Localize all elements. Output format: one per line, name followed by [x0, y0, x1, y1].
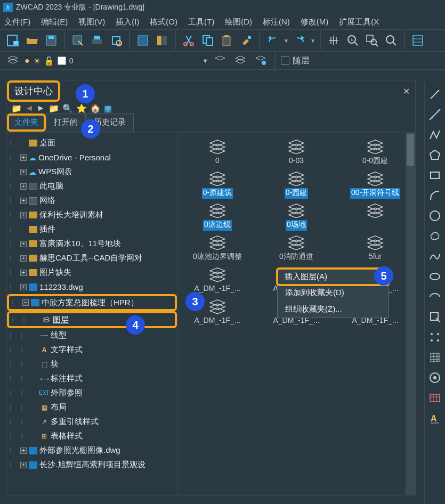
cut-button[interactable] [180, 32, 197, 49]
folder-tree[interactable]: ┊桌面┊☁OneDrive - Personal┊☁WPS网盘┊此电脑┊网络┊保… [7, 133, 177, 495]
tree-item[interactable]: ┊┊▦布局 [7, 400, 177, 414]
rect-tool[interactable] [428, 168, 442, 182]
menu-edit[interactable]: 编辑(E) [41, 17, 68, 27]
new-button[interactable]: + [4, 32, 21, 49]
tree-item[interactable]: ┊富康滴水10、11号地块 [7, 237, 177, 251]
tree-item[interactable]: ┊┊图层 [7, 311, 177, 328]
tree-item[interactable]: ┊┊A文字样式 [7, 343, 177, 357]
home-icon[interactable]: 🏠 [90, 103, 101, 113]
fwd-icon[interactable]: ► [37, 103, 45, 113]
ctx-add-fav[interactable]: 添加到收藏夹(D) [278, 284, 389, 301]
arc-tool[interactable] [428, 189, 442, 202]
ellipse-arc-tool[interactable] [428, 290, 442, 304]
layer-manager-button[interactable] [4, 52, 21, 69]
layer-grid-item[interactable]: 0消防通道 [258, 234, 334, 263]
design-center-button[interactable] [153, 32, 171, 49]
block-tool[interactable] [428, 310, 442, 324]
redo-dropdown-icon[interactable]: ▼ [310, 38, 315, 44]
ctx-org-fav[interactable]: 组织收藏夹(Z)... [278, 301, 389, 318]
expand-icon[interactable] [20, 284, 27, 290]
matchprop-button[interactable] [238, 32, 255, 49]
collapse-icon[interactable] [22, 299, 29, 306]
mtext-tool[interactable]: A [428, 411, 442, 425]
menu-view[interactable]: 视图(V) [78, 17, 105, 27]
scroll-thumb[interactable] [407, 134, 414, 166]
fav-icon[interactable]: ⭐ [76, 103, 87, 113]
bylayer-dropdown[interactable]: 随层 [281, 55, 310, 67]
save-button[interactable] [43, 32, 60, 49]
tree-item[interactable]: ┊☁OneDrive - Personal [7, 150, 177, 165]
close-button[interactable]: ✕ [403, 86, 410, 96]
prop-button[interactable] [134, 32, 151, 49]
tree-item[interactable]: ┊┊╌╌线型 [7, 328, 177, 343]
plot-preview-button[interactable] [108, 32, 125, 49]
redo-button[interactable] [291, 32, 308, 49]
load-icon[interactable]: 📁 [11, 103, 22, 113]
expand-icon[interactable] [20, 155, 27, 161]
zoom-win-button[interactable] [363, 32, 381, 49]
tree-item[interactable]: ┊☁WPS网盘 [7, 165, 177, 179]
open-button[interactable] [23, 32, 41, 49]
spline-tool[interactable] [428, 249, 442, 263]
layer-grid-item[interactable]: 00-开洞符号线 [337, 170, 413, 199]
line-tool[interactable] [428, 87, 442, 101]
tab-folder[interactable]: 文件夹 [7, 113, 46, 132]
scrollbar[interactable] [406, 133, 415, 495]
paste-button[interactable] [219, 32, 236, 49]
tree-item[interactable]: ┊长沙.旭辉恒高紫荆项目景观设 [7, 458, 177, 472]
layer-grid-item[interactable]: 0 [180, 138, 255, 167]
tree-item[interactable]: ┊保利长大培训素材 [7, 208, 177, 222]
expand-icon[interactable] [20, 212, 27, 218]
undo-button[interactable] [264, 32, 281, 49]
tree-item[interactable]: ┊┊⟷标注样式 [7, 371, 177, 386]
layer-off-button[interactable] [212, 52, 229, 69]
expand-icon[interactable] [20, 241, 27, 247]
tree-item[interactable]: ┊┊⊞表格样式 [7, 429, 177, 443]
menu-dim[interactable]: 标注(N) [263, 17, 290, 27]
undo-dropdown-icon[interactable]: ▼ [284, 38, 289, 44]
back-icon[interactable]: ◄ [25, 103, 34, 113]
ellipse-tool[interactable] [428, 270, 442, 283]
layer-grid-item[interactable]: 0-0园建 [337, 138, 413, 167]
menu-tools[interactable]: 工具(T) [188, 17, 214, 27]
zoom-rt-button[interactable]: ± [344, 32, 361, 49]
point-tool[interactable] [428, 330, 442, 344]
expand-icon[interactable] [20, 255, 27, 262]
layer-grid-item[interactable]: 0泳边线 [180, 202, 255, 231]
tool-palettes-button[interactable] [409, 32, 426, 49]
layer-grid-item[interactable]: 0泳池边界调整 [180, 234, 255, 263]
tree-item[interactable]: ┊┊↗多重引线样式 [7, 414, 177, 429]
saveas-button[interactable] [69, 32, 86, 49]
menu-ext[interactable]: 扩展工具(X [339, 17, 379, 27]
tree-item[interactable]: ┊外部参照光栅图像.dwg [7, 443, 177, 458]
layer-grid-item[interactable]: 0场地 [258, 202, 334, 231]
ctx-insert-layer[interactable]: 插入图层(A) [276, 267, 390, 286]
menu-insert[interactable]: 插入(I) [116, 17, 139, 27]
menu-modify[interactable]: 修改(M) [301, 17, 329, 27]
tree-item[interactable]: ┊网络 [7, 193, 177, 208]
pan-button[interactable] [325, 32, 342, 49]
tree-item[interactable]: ┊中欣方案总图梳理（HPR） [7, 294, 177, 311]
tree-item[interactable]: ┊┊⬚块 [7, 357, 177, 371]
tree-item[interactable]: ┊插件 [7, 222, 177, 237]
layer-grid-item[interactable]: A_DM_-1F_... [180, 266, 255, 295]
expand-icon[interactable] [20, 448, 27, 454]
tab-open[interactable]: 打开的 [46, 113, 86, 132]
expand-icon[interactable] [20, 270, 27, 276]
layer-grid-item[interactable]: 0-园建 [258, 170, 334, 199]
menu-file[interactable]: 文件(F) [4, 17, 30, 27]
hatch-tool[interactable] [428, 351, 442, 364]
layer-grid-item[interactable] [337, 202, 413, 231]
zoom-prev-button[interactable] [383, 32, 400, 49]
xline-tool[interactable] [428, 108, 442, 121]
expand-icon[interactable] [20, 198, 27, 204]
pline-tool[interactable] [428, 128, 442, 142]
tree-icon[interactable]: ▦ [104, 103, 112, 113]
tree-item[interactable]: ┊赫思CAD工具--CAD自学网对 [7, 251, 177, 265]
polygon-tool[interactable] [428, 148, 442, 162]
circle-tool[interactable] [428, 209, 442, 223]
layer-dropdown[interactable]: ● ☀ 🔓 0 ▼ [25, 56, 208, 66]
layer-freeze-button[interactable] [232, 52, 249, 69]
up-icon[interactable]: 📁 [48, 103, 59, 113]
revcloud-tool[interactable] [428, 229, 442, 243]
